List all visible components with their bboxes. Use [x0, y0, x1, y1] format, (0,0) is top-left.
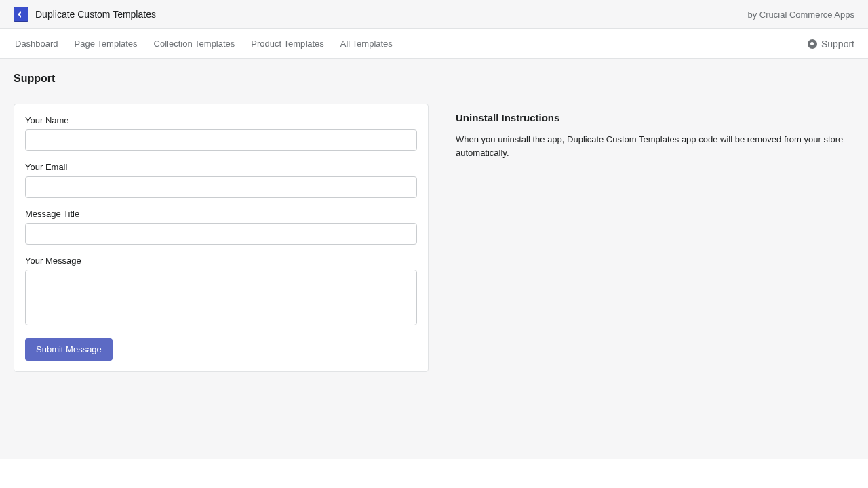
uninstall-text: When you uninstall the app, Duplicate Cu… — [456, 133, 854, 159]
nav-left: Dashboard Page Templates Collection Temp… — [7, 29, 401, 58]
top-bar-left: Duplicate Custom Templates — [14, 7, 156, 22]
main-area: Support Your Name Your Email Message Tit… — [0, 59, 868, 459]
name-input[interactable] — [25, 129, 417, 151]
form-group-message: Your Message — [25, 256, 417, 327]
nav-product-templates[interactable]: Product Templates — [243, 29, 332, 58]
info-section: Uninstall Instructions When you uninstal… — [456, 104, 854, 372]
app-logo-icon — [14, 7, 28, 22]
nav-page-templates[interactable]: Page Templates — [66, 29, 146, 58]
nav-dashboard[interactable]: Dashboard — [7, 29, 66, 58]
title-input[interactable] — [25, 223, 417, 245]
form-group-name: Your Name — [25, 115, 417, 151]
page-title: Support — [14, 73, 854, 85]
email-label: Your Email — [25, 162, 417, 172]
nav-all-templates[interactable]: All Templates — [332, 29, 401, 58]
app-title: Duplicate Custom Templates — [35, 9, 156, 20]
submit-button[interactable]: Submit Message — [25, 338, 113, 361]
content-row: Your Name Your Email Message Title Your … — [14, 104, 854, 372]
nav-collection-templates[interactable]: Collection Templates — [146, 29, 243, 58]
title-label: Message Title — [25, 209, 417, 219]
name-label: Your Name — [25, 115, 417, 125]
nav-support-link[interactable]: Support — [808, 39, 861, 49]
nav-support-label: Support — [821, 39, 854, 49]
nav-bar: Dashboard Page Templates Collection Temp… — [0, 29, 868, 59]
message-textarea[interactable] — [25, 270, 417, 325]
byline: by Crucial Commerce Apps — [748, 9, 855, 20]
support-form-card: Your Name Your Email Message Title Your … — [14, 104, 429, 372]
top-bar: Duplicate Custom Templates by Crucial Co… — [0, 0, 868, 29]
email-input[interactable] — [25, 176, 417, 198]
form-group-title: Message Title — [25, 209, 417, 245]
message-label: Your Message — [25, 256, 417, 266]
uninstall-heading: Uninstall Instructions — [456, 112, 854, 123]
form-group-email: Your Email — [25, 162, 417, 198]
chat-icon — [808, 39, 817, 49]
